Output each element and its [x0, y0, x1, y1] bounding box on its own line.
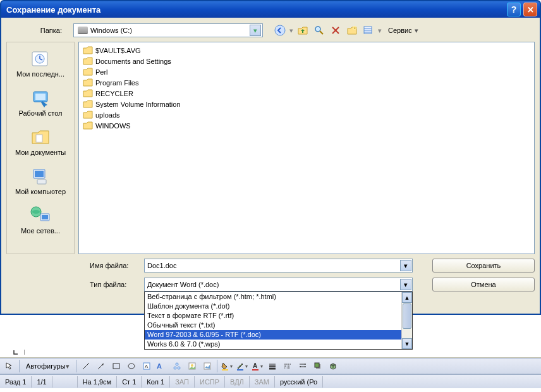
filetype-option[interactable]: Обычный текст (*.txt): [145, 321, 412, 330]
list-item[interactable]: System Volume Information: [82, 99, 532, 109]
filetype-dropdown[interactable]: Веб-страница с фильтром (*.htm; *.html) …: [144, 291, 413, 350]
arrow-icon[interactable]: [94, 359, 108, 373]
svg-point-35: [191, 364, 193, 367]
filetype-combo[interactable]: Документ Word (*.doc) ▾: [144, 278, 413, 291]
status-rec[interactable]: ЗАП: [170, 376, 195, 388]
back-icon[interactable]: [273, 23, 287, 37]
filename-value: Doc1.doc: [145, 262, 399, 269]
drive-icon: [78, 27, 88, 34]
rectangle-icon[interactable]: [109, 359, 123, 373]
autoshapes-button[interactable]: Автофигуры: [22, 359, 73, 373]
up-one-level-icon[interactable]: [296, 23, 310, 37]
places-bar: Мои последн... Рабочий стол Мои документ…: [6, 42, 75, 254]
filetype-option[interactable]: Текст в формате RTF (*.rtf): [145, 311, 412, 321]
save-button[interactable]: Сохранить: [432, 259, 535, 273]
list-item[interactable]: Documents and Settings: [82, 56, 532, 66]
3d-icon[interactable]: [326, 359, 340, 373]
folder-icon: [83, 46, 93, 56]
place-desktop[interactable]: Рабочий стол: [10, 84, 71, 119]
svg-line-2: [320, 31, 323, 34]
list-item[interactable]: RECYCLER: [82, 88, 532, 99]
mid-row: Мои последн... Рабочий стол Мои документ…: [6, 42, 535, 254]
clipart-icon[interactable]: [185, 359, 199, 373]
status-ovr[interactable]: ЗАМ: [250, 376, 275, 388]
place-mycomputer[interactable]: Мой компьютер: [10, 162, 71, 198]
place-label: Мои документы: [11, 149, 70, 156]
svg-rect-16: [35, 94, 46, 100]
picture-icon[interactable]: [200, 359, 214, 373]
place-label: Мой компьютер: [11, 188, 70, 195]
dialog-toolbar: ▾ ★ ▾ Сервис: [273, 23, 422, 37]
textbox-icon[interactable]: A: [140, 359, 154, 373]
line-color-icon[interactable]: [235, 359, 249, 373]
folder-label: Папка:: [6, 27, 68, 34]
folder-row: Папка: Windows (C:) ▾ ▾ ★: [6, 21, 535, 39]
status-bar: Разд 1 1/1 На 1,9см Ст 1 Кол 1 ЗАП ИСПР …: [0, 374, 541, 388]
filetype-option-selected[interactable]: Word 97-2003 & 6.0/95 - RTF (*.doc): [145, 330, 412, 340]
new-folder-icon[interactable]: ★: [345, 23, 359, 37]
arrow-style-icon[interactable]: [296, 359, 310, 373]
filename-input[interactable]: Doc1.doc ▾: [144, 259, 413, 273]
svg-point-0: [275, 25, 285, 35]
scroll-down-icon[interactable]: ▼: [402, 338, 412, 349]
list-item[interactable]: WINDOWS: [82, 120, 532, 131]
svg-point-1: [315, 27, 320, 32]
list-item[interactable]: uploads: [82, 109, 532, 120]
search-icon[interactable]: [312, 23, 326, 37]
shadow-icon[interactable]: [311, 359, 325, 373]
views-icon[interactable]: [362, 23, 375, 37]
list-item[interactable]: $VAULT$.AVG: [82, 45, 532, 56]
diagram-icon[interactable]: [170, 359, 184, 373]
filetype-value: Документ Word (*.doc): [145, 281, 399, 288]
place-recent[interactable]: Мои последн...: [10, 45, 71, 80]
svg-line-24: [83, 363, 89, 369]
service-button[interactable]: Сервис: [384, 23, 422, 37]
folder-icon: [83, 121, 93, 131]
svg-point-27: [128, 364, 135, 369]
filetype-option[interactable]: Шаблон документа (*.dot): [145, 302, 412, 311]
help-button[interactable]: ?: [507, 3, 521, 16]
close-button[interactable]: ✕: [523, 3, 537, 16]
folder-icon: [83, 56, 93, 66]
status-col: Кол 1: [142, 376, 170, 388]
filetype-option[interactable]: Веб-страница с фильтром (*.htm; *.html): [145, 292, 412, 302]
autoshapes-label: Автофигуры: [26, 362, 66, 370]
cancel-button[interactable]: Отмена: [432, 278, 535, 291]
folder-icon: [83, 99, 93, 109]
filetype-option[interactable]: Works 6.0 & 7.0 (*.wps): [145, 340, 412, 349]
chevron-down-icon[interactable]: ▾: [250, 25, 261, 36]
chevron-down-icon[interactable]: ▾: [400, 279, 411, 290]
drawing-toolbar: Автофигуры A A A: [0, 358, 541, 374]
status-lang[interactable]: русский (Ро: [275, 376, 323, 388]
svg-rect-50: [315, 363, 319, 367]
line-weight-icon[interactable]: [265, 359, 279, 373]
svg-text:A: A: [157, 362, 162, 370]
list-item[interactable]: Perl: [82, 66, 532, 77]
pointer-icon[interactable]: [3, 359, 16, 373]
chevron-down-icon[interactable]: ▾: [400, 260, 411, 271]
tab-stop-icon[interactable]: [13, 349, 19, 355]
oval-icon[interactable]: [125, 359, 138, 373]
scroll-thumb[interactable]: [403, 303, 411, 329]
status-section: Разд 1: [0, 376, 32, 388]
folder-icon: [83, 110, 93, 120]
filename-label: Имя файла:: [6, 262, 139, 269]
place-mydocs[interactable]: Мои документы: [10, 123, 71, 159]
file-name: System Volume Information: [95, 101, 181, 108]
wordart-icon[interactable]: A: [155, 359, 169, 373]
fill-color-icon[interactable]: [220, 359, 234, 373]
file-list[interactable]: $VAULT$.AVG Documents and Settings Perl …: [78, 42, 535, 254]
font-color-icon[interactable]: A: [250, 359, 264, 373]
list-item[interactable]: Program Files: [82, 77, 532, 88]
status-ext[interactable]: ВДЛ: [225, 376, 250, 388]
scroll-up-icon[interactable]: ▲: [402, 292, 412, 303]
dropdown-scrollbar[interactable]: ▲ ▼: [401, 292, 412, 349]
filetype-row: Тип файла: Документ Word (*.doc) ▾ Веб-с…: [6, 277, 535, 292]
line-icon[interactable]: [79, 359, 93, 373]
dash-style-icon[interactable]: [281, 359, 295, 373]
delete-icon[interactable]: [329, 23, 343, 37]
place-network[interactable]: Мое сетев...: [10, 202, 71, 237]
folder-combo[interactable]: Windows (C:) ▾: [73, 23, 263, 37]
status-fix[interactable]: ИСПР: [195, 376, 225, 388]
filetype-label: Тип файла:: [6, 281, 139, 288]
